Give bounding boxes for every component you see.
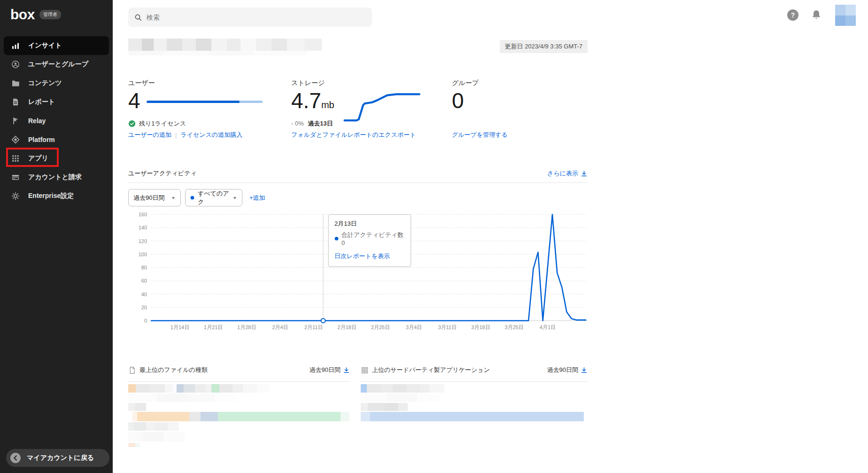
files-card-period[interactable]: 過去90日間	[310, 366, 350, 374]
sidebar-item-platform[interactable]: Platform	[4, 130, 109, 149]
svg-text:100: 100	[139, 252, 147, 257]
storage-label: ストレージ	[291, 79, 452, 87]
storage-change-row: - 0% 過去13日	[291, 119, 333, 128]
avatar-pixel	[845, 5, 856, 16]
redacted-bar	[361, 412, 584, 421]
manage-groups-link[interactable]: グループを管理する	[452, 131, 508, 139]
apps-card-title: 上位のサードパーティ製アプリケーション	[372, 366, 490, 374]
redacted-row	[361, 394, 441, 402]
avatar-pixel	[845, 16, 856, 26]
redacted-row	[361, 403, 408, 411]
users-icon	[11, 60, 20, 69]
storage-links: フォルダとファイルレポートのエクスポート	[291, 131, 416, 139]
sidebar-item-apps[interactable]: アプリ	[4, 149, 109, 168]
activity-section-header: ユーザーアクティビティ さらに表示	[128, 169, 588, 178]
section-divider	[128, 182, 588, 183]
sidebar-item-billing[interactable]: アカウントと請求	[4, 168, 109, 187]
redacted-bar	[132, 412, 349, 421]
files-period-label: 過去90日間	[310, 366, 341, 374]
sidebar-item-reports[interactable]: レポート	[4, 93, 109, 111]
updated-timestamp-badge: 更新日 2023/4/9 3:35 GMT-7	[500, 40, 588, 53]
redacted-row	[128, 443, 140, 447]
users-links: ユーザーの追加 | ライセンスの追加購入	[128, 131, 242, 139]
link-separator: |	[175, 132, 177, 139]
activity-type-dropdown[interactable]: すべてのアク	[185, 189, 242, 206]
search-icon	[134, 13, 142, 22]
files-card-header: 最上位のファイルの種類 過去90日間	[128, 365, 350, 375]
card-divider	[361, 381, 588, 382]
help-button[interactable]: ?	[787, 9, 799, 21]
sidebar-item-relay[interactable]: Relay	[4, 111, 109, 130]
search-input[interactable]	[147, 14, 353, 21]
billing-card-icon	[11, 173, 20, 181]
apps-period-label: 過去90日間	[547, 366, 578, 374]
sidebar-item-users-groups[interactable]: ユーザーとグループ	[4, 55, 109, 74]
export-folder-file-report-link[interactable]: フォルダとファイルレポートのエクスポート	[291, 131, 416, 139]
svg-text:2月25日: 2月25日	[371, 324, 390, 330]
sidebar-item-label: コンテンツ	[28, 79, 62, 87]
sidebar-item-content[interactable]: コンテンツ	[4, 74, 109, 93]
back-to-my-account-button[interactable]: マイアカウントに戻る	[6, 449, 109, 467]
svg-text:2月11日: 2月11日	[304, 324, 323, 330]
sidebar-item-label: インサイト	[28, 41, 62, 50]
buy-licenses-link[interactable]: ライセンスの追加購入	[180, 131, 242, 139]
show-more-label: さらに表示	[547, 169, 578, 178]
series-dot-icon	[190, 196, 194, 200]
file-icon	[128, 366, 136, 374]
license-progress-fill	[147, 101, 240, 103]
activity-filters: 過去90日間 すべてのアク +追加	[128, 189, 265, 206]
card-divider	[128, 381, 350, 382]
redacted-row	[128, 394, 236, 402]
top-third-party-apps-card: 上位のサードパーティ製アプリケーション 過去90日間	[361, 365, 588, 421]
show-more-link[interactable]: さらに表示	[547, 169, 588, 178]
series-dot-icon	[334, 236, 339, 241]
svg-text:80: 80	[141, 265, 147, 270]
sidebar-item-insights[interactable]: インサイト	[4, 36, 109, 55]
redacted-page-title	[128, 39, 322, 51]
sidebar-item-label: レポート	[28, 98, 55, 106]
svg-text:3月11日: 3月11日	[438, 324, 457, 330]
date-range-value: 過去90日間	[133, 194, 164, 202]
storage-value: 4.7mb	[291, 88, 334, 113]
sidebar-item-label: Platform	[28, 136, 55, 143]
apps-card-title-row: 上位のサードパーティ製アプリケーション	[361, 366, 490, 374]
storage-unit: mb	[321, 100, 334, 110]
groups-stat: グループ 0 グループを管理する	[452, 79, 583, 141]
license-note: 残り1ライセンス	[139, 119, 186, 128]
sidebar-item-label: Enterprise設定	[28, 192, 74, 200]
storage-number: 4.7	[291, 88, 321, 113]
svg-text:2月4日: 2月4日	[272, 324, 288, 330]
add-user-link[interactable]: ユーザーの追加	[128, 131, 171, 139]
add-filter-link[interactable]: +追加	[249, 194, 265, 202]
user-activity-chart[interactable]: 0204060801001201401601月14日1月21日1月28日2月4日…	[128, 211, 588, 334]
storage-sparkline-chart	[341, 93, 425, 123]
groups-links: グループを管理する	[452, 131, 508, 139]
download-icon	[581, 170, 588, 177]
redacted-row	[361, 384, 444, 393]
tooltip-series-value: 合計アクティビティ数0	[341, 231, 405, 246]
avatar-pixel	[835, 5, 845, 16]
svg-text:140: 140	[139, 225, 147, 230]
apps-card-period[interactable]: 過去90日間	[547, 366, 588, 374]
chevron-down-icon	[171, 196, 176, 200]
users-count: 4	[128, 88, 140, 113]
date-range-dropdown[interactable]: 過去90日間	[128, 189, 181, 206]
avatar[interactable]	[835, 5, 856, 26]
download-icon	[581, 367, 588, 374]
notifications-button[interactable]	[810, 9, 822, 21]
svg-text:1月21日: 1月21日	[204, 324, 223, 330]
sidebar: box 管理者 インサイト ユーザーとグループ コンテンツ レポート R	[0, 0, 113, 473]
activity-title: ユーザーアクティビティ	[128, 169, 197, 178]
svg-text:1月14日: 1月14日	[170, 324, 189, 330]
folder-icon	[11, 79, 20, 87]
svg-text:3月18日: 3月18日	[471, 324, 490, 330]
report-icon	[11, 98, 20, 106]
bell-icon	[810, 9, 822, 21]
users-label: ユーザー	[128, 79, 291, 87]
search-bar[interactable]	[128, 8, 372, 27]
svg-text:3月25日: 3月25日	[505, 324, 524, 330]
groups-label: グループ	[452, 79, 583, 87]
svg-text:160: 160	[139, 212, 147, 217]
daily-report-link[interactable]: 日次レポートを表示	[334, 252, 405, 260]
sidebar-item-enterprise-settings[interactable]: Enterprise設定	[4, 187, 109, 205]
